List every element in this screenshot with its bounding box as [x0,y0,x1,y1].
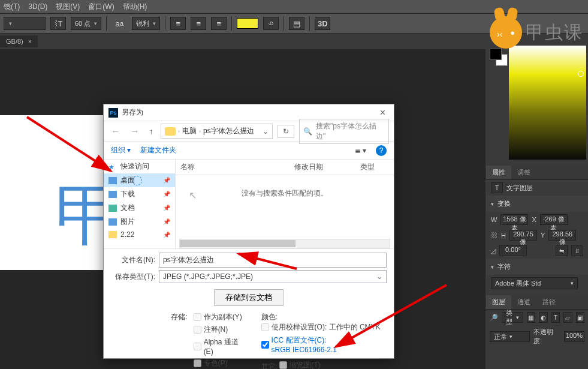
tool-preset-select[interactable] [4,17,46,30]
back-button[interactable]: ← [108,126,123,137]
filetype-label: 保存类型(T): [111,272,159,282]
chk-icc[interactable]: ICC 配置文件(C):sRGB IEC61966-2.1 [261,335,387,354]
3d-button[interactable]: 3D [315,17,330,30]
organize-menu[interactable]: 组织 ▾ [111,145,131,155]
breadcrumb-folder[interactable]: ps字体怎么描边 [203,126,254,136]
flip-h-icon[interactable]: ⇋ [556,245,568,256]
filetype-select[interactable]: JPEG (*.JPG;*.JPEG;*.JPE) [159,270,387,283]
text-orientation-icon[interactable]: ⸾T [50,17,66,30]
col-type[interactable]: 类型 [355,160,379,175]
close-icon[interactable]: × [28,38,32,45]
file-list[interactable]: 名称 修改日期 类型 没有与搜索条件匹配的项。 ↖ [176,160,394,248]
filter-kind-select[interactable]: 类型 [502,312,523,323]
tab-properties[interactable]: 属性 [486,166,511,179]
col-name[interactable]: 名称 [176,160,290,175]
character-header[interactable]: 字符 [486,259,588,275]
tab-paths[interactable]: 路径 [536,295,562,309]
sidebar-item-folder[interactable]: 2.22📌 [104,229,175,241]
up-button[interactable]: ↑ [147,127,156,136]
filter-shape-icon[interactable]: ▱ [563,312,572,323]
menu-item[interactable]: 帮助(H) [123,2,147,12]
angle-input[interactable]: 0.00° [499,245,527,256]
chk-alpha[interactable]: Alpha 通道(E) [194,337,243,356]
aa-label-icon: aa [111,17,127,30]
search-icon: 🔍 [303,127,312,136]
watermark-logo: ›‹● 甲虫课 [486,11,588,54]
y-label: Y [541,232,545,239]
store-label: 存储: [111,312,188,322]
places-sidebar: ★快速访问 桌面📌 下载📌 文档📌 图片📌 2.22📌 [104,160,176,248]
x-label: X [532,216,536,223]
tab-channels[interactable]: 通道 [511,295,536,309]
font-select[interactable]: Adobe 黑体 Std [491,277,578,289]
menu-item[interactable]: 镜(T) [4,2,20,12]
menu-item[interactable]: 视图(V) [56,2,80,12]
warp-text-icon[interactable]: ꩜ [263,17,279,30]
opacity-input[interactable]: 100% [564,331,584,342]
layer-type-row: T 文字图层 [486,180,588,196]
breadcrumb[interactable]: › 电脑 › ps字体怎么描边 ⌄ [161,124,273,139]
close-button[interactable]: × [376,107,389,118]
align-right-icon[interactable]: ≡ [211,17,227,30]
new-folder-button[interactable]: 新建文件夹 [140,145,176,155]
font-size-select[interactable]: 60 点 [71,17,101,30]
text-color-swatch[interactable] [237,18,258,29]
filename-input[interactable]: ps字体怎么描边 [159,253,387,268]
chk-proof[interactable]: 使用校样设置(O): 工作中的 CMYK [261,322,381,332]
refresh-button[interactable]: ↻ [278,125,294,138]
cursor-icon: ↖ [189,190,197,201]
flip-v-icon[interactable]: ⥯ [571,245,583,256]
blend-mode-select[interactable]: 正常 [490,331,530,342]
right-panels: 属性 调整 T 文字图层 变换 W 1568 像素 X -269 像素 ⛓ H … [486,34,588,369]
props-tabs: 属性 调整 [486,166,588,180]
sidebar-item-desktop[interactable]: 桌面📌 [104,173,175,187]
align-center-icon[interactable]: ≡ [191,17,206,30]
y-input[interactable]: 298.56 像 [548,230,576,241]
sidebar-item-quick[interactable]: ★快速访问 [104,160,175,173]
filter-icon[interactable]: 🔎 [490,314,498,322]
color-field[interactable] [509,46,586,160]
dialog-title: 另存为 [122,107,143,118]
breadcrumb-root[interactable]: 电脑 [182,126,197,136]
height-input[interactable]: 290.75 像 [509,230,537,241]
antialias-select[interactable]: 锐利 [132,17,160,30]
width-input[interactable]: 1568 像素 [500,214,528,225]
text-layer-icon: T [491,182,503,193]
align-left-icon[interactable]: ≡ [170,17,186,30]
angle-icon: ◿ [491,247,496,255]
document-tab[interactable]: GB/8) × [0,35,38,47]
h-scrollbar[interactable] [179,239,390,248]
x-input[interactable]: -269 像素 [540,214,568,225]
transform-header[interactable]: 变换 [486,196,588,212]
dialog-nav: ← → ↑ › 电脑 › ps字体怎么描边 ⌄ ↻ 🔍 搜索"ps字体怎么描边" [104,121,394,142]
sidebar-item-pictures[interactable]: 图片📌 [104,215,175,229]
filter-adjust-icon[interactable]: ◐ [539,312,548,323]
chk-notes[interactable]: 注释(N) [194,325,243,335]
sidebar-item-downloads[interactable]: 下载📌 [104,187,175,201]
menu-item[interactable]: 窗口(W) [88,2,114,12]
empty-message: 没有与搜索条件匹配的项。 [176,175,394,212]
cloud-save-button[interactable]: 存储到云文档 [214,289,284,306]
filter-smart-icon[interactable]: ▣ [576,312,585,323]
help-icon[interactable]: ? [376,145,387,156]
tab-adjust[interactable]: 调整 [511,166,536,179]
col-date[interactable]: 修改日期 [290,160,355,175]
tab-label: GB/8) [6,38,23,45]
char-panel-icon[interactable]: ▤ [289,17,304,30]
filter-text-icon[interactable]: T [551,312,560,323]
save-as-dialog: Ps 另存为 × ← → ↑ › 电脑 › ps字体怎么描边 ⌄ ↻ 🔍 搜索"… [103,104,394,359]
chk-spot[interactable]: 专色(P) [194,358,243,368]
w-label: W [491,216,497,223]
chk-copy[interactable]: 作为副本(Y) [194,312,243,322]
chk-thumb[interactable]: 缩览图(T) [279,360,320,369]
view-mode-button[interactable]: ≣ ▾ [355,146,366,155]
tab-layers[interactable]: 图层 [486,295,511,309]
filter-pixel-icon[interactable]: ▦ [527,312,536,323]
layer-type-label: 文字图层 [506,184,533,193]
sidebar-item-documents[interactable]: 文档📌 [104,201,175,215]
folder-icon [165,127,176,136]
menu-item[interactable]: 3D(D) [28,2,47,11]
link-icon[interactable]: ⛓ [491,232,497,239]
search-input[interactable]: 🔍 搜索"ps字体怎么描边" [299,119,389,144]
color-label: 颜色: [261,313,278,321]
